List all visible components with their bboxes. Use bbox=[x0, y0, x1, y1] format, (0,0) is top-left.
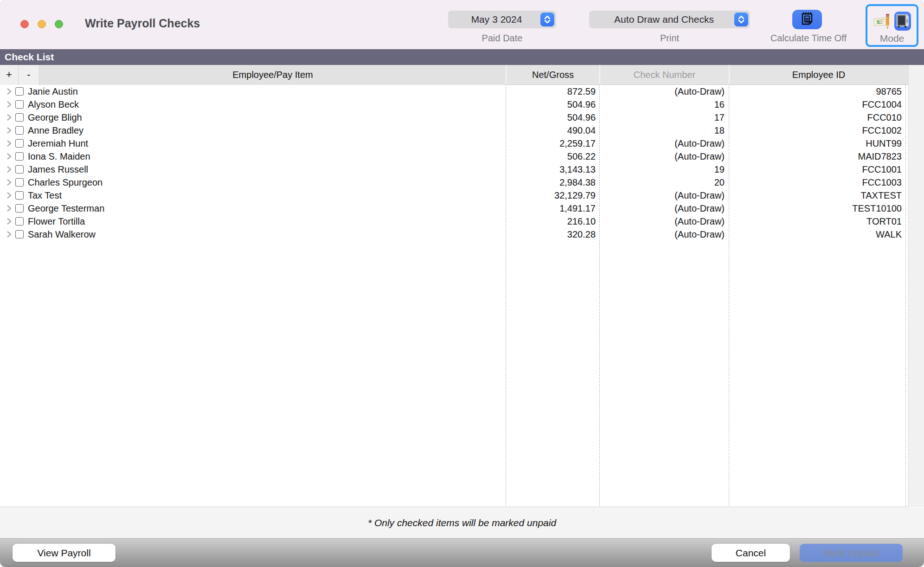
employee-name: Flower Tortilla bbox=[28, 215, 85, 228]
check-list-table: Janie Austin 872.59 (Auto-Draw) 98765 Al… bbox=[0, 85, 924, 507]
chevron-right-icon[interactable] bbox=[5, 189, 13, 202]
chevron-right-icon[interactable] bbox=[5, 150, 13, 163]
net-gross-value: 490.04 bbox=[506, 124, 596, 137]
table-row: Janie Austin 872.59 (Auto-Draw) 98765 bbox=[0, 85, 924, 98]
window-title: Write Payroll Checks bbox=[85, 17, 200, 30]
column-header-net-gross[interactable]: Net/Gross bbox=[506, 65, 599, 85]
row-checkbox[interactable] bbox=[15, 152, 24, 161]
table-row: Alyson Beck 504.96 16 FCC1004 bbox=[0, 98, 924, 111]
employee-name: Tax Test bbox=[28, 189, 62, 202]
check-number-value: (Auto-Draw) bbox=[599, 85, 725, 98]
employee-id-value: FCC1003 bbox=[729, 176, 902, 189]
employee-name: Jeremiah Hunt bbox=[28, 137, 88, 150]
net-gross-value: 3,143.13 bbox=[506, 163, 596, 176]
write-payroll-checks-window: Write Payroll Checks May 3 2024 Paid Dat… bbox=[0, 0, 924, 567]
paid-date-popup[interactable]: May 3 2024 bbox=[448, 11, 556, 28]
check-number-value: 16 bbox=[599, 98, 725, 111]
check-number-value: (Auto-Draw) bbox=[599, 137, 725, 150]
footnote-text: * Only checked items will be marked unpa… bbox=[368, 517, 556, 528]
check-number-value: (Auto-Draw) bbox=[599, 189, 725, 202]
net-gross-value: 216.10 bbox=[506, 215, 596, 228]
chevron-right-icon[interactable] bbox=[5, 215, 13, 228]
table-row: Sarah Walkerow 320.28 (Auto-Draw) WALK bbox=[0, 228, 924, 241]
paid-date-value: May 3 2024 bbox=[448, 14, 539, 25]
employee-name: Janie Austin bbox=[28, 85, 78, 98]
check-number-value: 18 bbox=[599, 124, 725, 137]
table-row: George Testerman 1,491.17 (Auto-Draw) TE… bbox=[0, 202, 924, 215]
paid-date-label: Paid Date bbox=[448, 33, 556, 44]
table-row: Jeremiah Hunt 2,259.17 (Auto-Draw) HUNT9… bbox=[0, 137, 924, 150]
net-gross-value: 2,259.17 bbox=[506, 137, 596, 150]
check-number-value: 20 bbox=[599, 176, 725, 189]
view-payroll-button[interactable]: View Payroll bbox=[13, 544, 116, 562]
net-gross-value: 320.28 bbox=[506, 228, 596, 241]
calculate-time-off-label: Calculate Time Off bbox=[763, 33, 854, 44]
employee-id-value: 98765 bbox=[729, 85, 902, 98]
chevron-right-icon[interactable] bbox=[5, 98, 13, 111]
add-row-button[interactable]: + bbox=[0, 65, 19, 85]
row-checkbox[interactable] bbox=[15, 113, 24, 122]
row-checkbox[interactable] bbox=[15, 230, 24, 238]
employee-id-value: HUNT99 bbox=[729, 137, 902, 150]
row-checkbox[interactable] bbox=[15, 87, 24, 96]
chevron-right-icon[interactable] bbox=[5, 228, 13, 241]
employee-name: Iona S. Maiden bbox=[28, 150, 90, 163]
mark-unpaid-button[interactable]: Mark Unpaid bbox=[800, 544, 903, 562]
mode-button[interactable]: $ bbox=[866, 4, 918, 47]
print-label: Print bbox=[589, 33, 750, 44]
check-number-value: (Auto-Draw) bbox=[599, 228, 725, 241]
check-number-value: (Auto-Draw) bbox=[599, 215, 725, 228]
stepper-icon[interactable] bbox=[540, 13, 554, 26]
employee-id-value: MAID7823 bbox=[729, 150, 902, 163]
scrollbar-track bbox=[908, 65, 924, 507]
row-checkbox[interactable] bbox=[15, 178, 24, 187]
column-header-employee-pay-item[interactable]: Employee/Pay Item bbox=[40, 65, 506, 85]
employee-id-value: TEST10100 bbox=[729, 202, 902, 215]
check-number-value: 17 bbox=[599, 111, 725, 124]
table-row: Flower Tortilla 216.10 (Auto-Draw) TORT0… bbox=[0, 215, 924, 228]
remove-row-button[interactable]: - bbox=[19, 65, 39, 85]
row-checkbox[interactable] bbox=[15, 126, 24, 135]
table-row: James Russell 3,143.13 19 FCC1001 bbox=[0, 163, 924, 176]
row-checkbox[interactable] bbox=[15, 165, 24, 174]
chevron-right-icon[interactable] bbox=[5, 137, 13, 150]
table-header-row: + - Employee/Pay Item Net/Gross Check Nu… bbox=[0, 65, 924, 85]
calculate-time-off-button[interactable] bbox=[792, 10, 822, 29]
employee-id-value: FCC1004 bbox=[729, 98, 902, 111]
calculator-calendar-icon bbox=[799, 11, 815, 28]
row-checkbox[interactable] bbox=[15, 191, 24, 200]
print-value: Auto Draw and Checks bbox=[589, 14, 732, 25]
employee-name: George Testerman bbox=[28, 202, 104, 215]
column-header-employee-id[interactable]: Employee ID bbox=[729, 65, 908, 85]
net-gross-value: 872.59 bbox=[506, 85, 596, 98]
chevron-right-icon[interactable] bbox=[5, 85, 13, 98]
net-gross-value: 506.22 bbox=[506, 150, 596, 163]
employee-name: James Russell bbox=[28, 163, 88, 176]
chevron-right-icon[interactable] bbox=[5, 124, 13, 137]
row-checkbox[interactable] bbox=[15, 204, 24, 213]
check-number-value: (Auto-Draw) bbox=[599, 202, 725, 215]
table-row: Tax Test 32,129.79 (Auto-Draw) TAXTEST bbox=[0, 189, 924, 202]
chevron-right-icon[interactable] bbox=[5, 111, 13, 124]
chevron-right-icon[interactable] bbox=[5, 163, 13, 176]
column-header-check-number[interactable]: Check Number bbox=[599, 65, 729, 85]
employee-id-value: FCC1002 bbox=[729, 124, 902, 137]
chevron-right-icon[interactable] bbox=[5, 176, 13, 189]
table-row: Anne Bradley 490.04 18 FCC1002 bbox=[0, 124, 924, 137]
check-number-value: 19 bbox=[599, 163, 725, 176]
stepper-icon[interactable] bbox=[734, 13, 748, 26]
row-checkbox[interactable] bbox=[15, 100, 24, 109]
close-window-button[interactable] bbox=[20, 20, 29, 28]
cancel-button[interactable]: Cancel bbox=[712, 544, 790, 562]
employee-name: George Bligh bbox=[28, 111, 82, 124]
svg-text:$: $ bbox=[876, 19, 879, 25]
table-row: George Bligh 504.96 17 FCC010 bbox=[0, 111, 924, 124]
row-checkbox[interactable] bbox=[15, 139, 24, 148]
print-popup[interactable]: Auto Draw and Checks bbox=[589, 11, 750, 28]
row-checkbox[interactable] bbox=[15, 217, 24, 226]
minimize-window-button[interactable] bbox=[38, 20, 46, 28]
zoom-window-button[interactable] bbox=[55, 20, 63, 28]
chevron-right-icon[interactable] bbox=[5, 202, 13, 215]
check-list-panel-title: Check List bbox=[0, 49, 924, 65]
employee-name: Anne Bradley bbox=[28, 124, 83, 137]
